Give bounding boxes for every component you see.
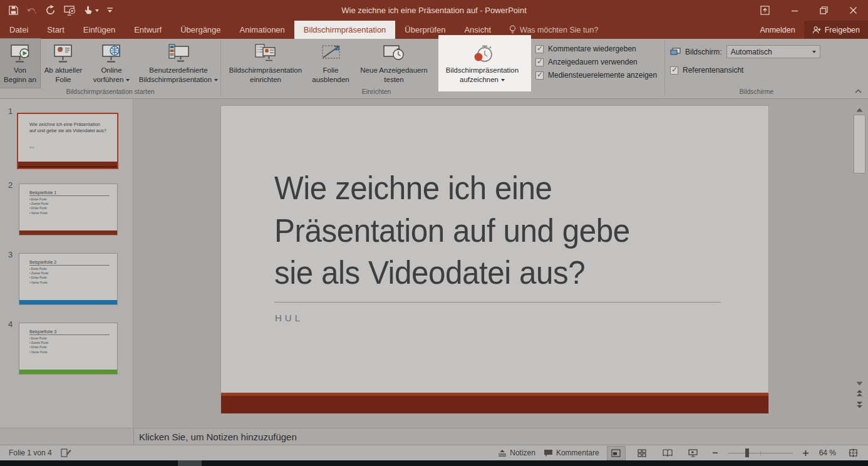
rehearse-timings-icon bbox=[383, 42, 405, 66]
status-bar: Folie 1 von 4 Notizen Kommentare bbox=[0, 445, 868, 460]
hide-slide-button[interactable]: Folie ausblenden bbox=[310, 39, 351, 88]
thumbnail-title: Beispielfolie 1 bbox=[29, 190, 110, 196]
rehearse-timings-button[interactable]: Neue Anzeigedauern testen bbox=[351, 39, 437, 88]
quick-access-toolbar bbox=[0, 5, 113, 16]
tab-animationen[interactable]: Animationen bbox=[230, 21, 294, 39]
tab-start[interactable]: Start bbox=[38, 21, 73, 39]
from-current-slide-button[interactable]: Ab aktueller Folie bbox=[40, 39, 86, 88]
undo-icon[interactable] bbox=[26, 6, 37, 15]
monitor-select[interactable]: Automatisch bbox=[726, 45, 820, 58]
notes-divider bbox=[133, 428, 134, 445]
zoom-in-button[interactable] bbox=[801, 447, 811, 460]
group-label-monitors: Bildschirme bbox=[665, 88, 848, 98]
thumbnail-title: Beispielfolie 3 bbox=[29, 329, 110, 335]
checkbox-presenter-view[interactable]: Referentenansicht bbox=[665, 58, 743, 75]
slide-thumbnail-3[interactable]: Beispielfolie 2 Erster Punkt Zweiter Pun… bbox=[19, 253, 118, 305]
comments-toggle[interactable]: Kommentare bbox=[544, 448, 599, 457]
scroll-up-icon[interactable] bbox=[855, 104, 864, 115]
zoom-slider-thumb[interactable] bbox=[745, 448, 749, 457]
checkbox-show-media-controls[interactable]: Mediensteuerelemente anzeigen bbox=[535, 71, 664, 80]
share-button[interactable]: Freigeben bbox=[804, 21, 868, 39]
tab-datei[interactable]: Datei bbox=[0, 21, 38, 39]
checkbox-use-timings[interactable]: Anzeigedauern verwenden bbox=[535, 58, 664, 66]
checkbox-icon bbox=[535, 71, 544, 80]
sign-in-button[interactable]: Anmelden bbox=[751, 21, 803, 39]
from-beginning-button[interactable]: Von Beginn an bbox=[0, 39, 40, 88]
taskbar-segment bbox=[178, 460, 202, 466]
checkbox-icon bbox=[535, 58, 544, 66]
notes-pane[interactable]: Klicken Sie, um Notizen hinzuzufügen bbox=[0, 428, 868, 445]
setup-checkboxes: Kommentare wiedergeben Anzeigedauern ver… bbox=[532, 39, 664, 98]
setup-slideshow-icon bbox=[255, 42, 276, 66]
present-online-label: Online vorführen bbox=[93, 66, 130, 85]
zoom-percentage[interactable]: 64 % bbox=[819, 448, 836, 457]
custom-slideshow-button[interactable]: Benutzerdefinierte Bildschirmpräsentatio… bbox=[137, 39, 220, 88]
touch-mouse-mode-icon[interactable] bbox=[84, 6, 99, 15]
checkbox-label: Mediensteuerelemente anzeigen bbox=[548, 71, 657, 80]
close-button[interactable] bbox=[839, 0, 868, 21]
slide-thumbnail-2[interactable]: Beispielfolie 1 Erster Punkt Zweiter Pun… bbox=[19, 184, 118, 236]
tab-uebergaenge[interactable]: Übergänge bbox=[171, 21, 230, 39]
share-label: Freigeben bbox=[825, 26, 860, 34]
slide-thumbnail-4[interactable]: Beispielfolie 3 Erster Punkt Zweiter Pun… bbox=[19, 323, 118, 375]
thumbnail-accent-bar bbox=[19, 300, 117, 304]
zoom-slider-tick bbox=[760, 451, 761, 455]
window-controls bbox=[750, 0, 868, 21]
thumbnail-number: 4 bbox=[8, 319, 13, 329]
slide-title-underline bbox=[274, 302, 721, 303]
spellcheck-notes-icon[interactable] bbox=[61, 448, 71, 457]
normal-view-button[interactable] bbox=[607, 447, 625, 460]
zoom-slider[interactable] bbox=[728, 448, 793, 457]
dropdown-arrow-icon bbox=[214, 79, 218, 81]
slideshow-view-button[interactable] bbox=[685, 447, 702, 460]
taskbar-strip bbox=[0, 460, 868, 466]
slide-thumbnail-1[interactable]: Wie zeichne ich eine Präsentation auf un… bbox=[17, 113, 118, 169]
group-label-start: Bildschirmpräsentation starten bbox=[0, 88, 220, 98]
tab-entwurf[interactable]: Entwurf bbox=[125, 21, 171, 39]
tab-einfuegen[interactable]: Einfügen bbox=[74, 21, 125, 39]
hide-slide-icon bbox=[320, 42, 341, 66]
tab-bildschirmpraesentation[interactable]: Bildschirmpräsentation bbox=[294, 21, 396, 39]
vertical-scrollbar-thumb[interactable] bbox=[854, 115, 865, 173]
thumbnail-bullets: Erster Punkt Zweiter Punkt Dritter Punkt… bbox=[29, 267, 48, 285]
fit-slide-to-window-button[interactable] bbox=[844, 447, 862, 460]
ribbon: Von Beginn an Ab aktueller Folie Online … bbox=[0, 39, 868, 99]
previous-slide-icon[interactable] bbox=[855, 388, 864, 400]
dropdown-arrow-icon bbox=[95, 9, 99, 12]
notes-placeholder[interactable]: Klicken Sie, um Notizen hinzuzufügen bbox=[139, 432, 297, 442]
customize-qat-icon[interactable] bbox=[107, 8, 113, 14]
slide-thumbnail-panel: 1 Wie zeichne ich eine Präsentation auf … bbox=[0, 99, 133, 428]
scroll-down-icon[interactable] bbox=[855, 378, 864, 389]
slide-subtitle-text[interactable]: HUL bbox=[275, 313, 303, 323]
present-online-button[interactable]: Online vorführen bbox=[86, 39, 137, 88]
notes-toggle[interactable]: Notizen bbox=[498, 448, 535, 457]
next-slide-icon[interactable] bbox=[855, 400, 864, 412]
thumbnail-number: 2 bbox=[8, 180, 13, 190]
minimize-button[interactable] bbox=[780, 0, 809, 21]
monitor-label: Bildschirm: bbox=[685, 48, 722, 56]
play-from-current-icon bbox=[53, 42, 74, 66]
zoom-out-button[interactable] bbox=[710, 447, 720, 460]
ribbon-display-options-icon[interactable] bbox=[750, 0, 780, 21]
monitor-select-value: Automatisch bbox=[731, 48, 772, 56]
restore-button[interactable] bbox=[809, 0, 839, 21]
checkbox-play-narrations[interactable]: Kommentare wiedergeben bbox=[535, 44, 664, 53]
slide-title-text[interactable]: Wie zeichne ich eine Präsentation auf un… bbox=[274, 167, 738, 294]
setup-slideshow-button[interactable]: Bildschirmpräsentation einrichten bbox=[221, 39, 310, 88]
start-from-beginning-icon[interactable] bbox=[64, 6, 76, 16]
slide-sorter-view-button[interactable] bbox=[633, 447, 651, 460]
collapse-ribbon-icon[interactable] bbox=[855, 85, 862, 96]
thumbnail-number: 3 bbox=[8, 250, 13, 259]
save-icon[interactable] bbox=[9, 6, 18, 15]
thumbnail-accent-bar bbox=[19, 370, 117, 374]
dropdown-arrow-icon bbox=[126, 79, 130, 81]
rehearse-timings-label: Neue Anzeigedauern testen bbox=[360, 66, 427, 85]
redo-icon[interactable] bbox=[45, 5, 56, 16]
reading-view-button[interactable] bbox=[659, 447, 676, 460]
slide-canvas[interactable]: Wie zeichne ich eine Präsentation auf un… bbox=[220, 105, 769, 414]
record-slideshow-button[interactable]: Bildschirmpräsentation aufzeichnen bbox=[437, 39, 528, 88]
title-bar: Wie zeichne ich eine Präsentation auf - … bbox=[0, 0, 868, 21]
notes-toggle-label: Notizen bbox=[510, 448, 535, 457]
thumbnail-title: Beispielfolie 2 bbox=[29, 260, 110, 266]
comment-icon bbox=[544, 449, 553, 457]
